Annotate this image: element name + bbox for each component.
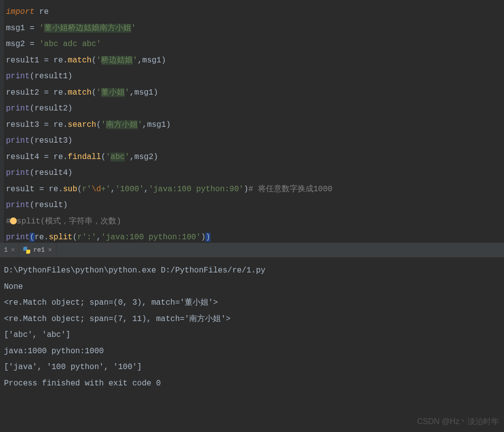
code-line-4[interactable]: result1 = re.match('桥边姑娘',msg1) xyxy=(4,53,504,69)
tab-label: 1 xyxy=(4,246,8,254)
intention-bulb-icon[interactable] xyxy=(10,217,17,224)
code-line-11[interactable]: print(result4) xyxy=(4,165,504,181)
python-file-icon xyxy=(23,247,30,254)
code-line-2[interactable]: msg1 = '董小姐桥边姑娘南方小姐' xyxy=(4,20,504,37)
builtin: print xyxy=(6,72,30,81)
console-output: None xyxy=(4,279,500,295)
run-console[interactable]: D:\PythonFiles\python\python.exe D:/Pyth… xyxy=(0,258,504,422)
string-cn: 董小姐桥边姑娘南方小姐 xyxy=(44,24,131,33)
console-output: Process finished with exit code 0 xyxy=(4,376,500,392)
tab-1[interactable]: 1 × xyxy=(0,243,19,257)
code-line-8[interactable]: result3 = re.search('南方小姐',msg1) xyxy=(4,117,504,133)
tab-bar: 1 × re1 × xyxy=(0,243,504,258)
code-line-5[interactable]: print(result1) xyxy=(4,68,504,85)
code-line-6[interactable]: result2 = re.match('董小姐',msg1) xyxy=(4,85,504,101)
console-output: ['abc', 'abc'] xyxy=(4,327,500,343)
code-line-9[interactable]: print(result3) xyxy=(4,133,504,149)
keyword-import: import xyxy=(6,7,35,16)
method: match xyxy=(68,56,92,65)
code-line-15[interactable]: print(re.split(r':','java:100 python:100… xyxy=(4,229,504,243)
console-output: D:\PythonFiles\python\python.exe D:/Pyth… xyxy=(4,263,500,279)
console-output: <re.Match object; span=(7, 11), match='南… xyxy=(4,311,500,327)
console-output: java:1000 python:1000 xyxy=(4,343,500,360)
string: 'abc adc abc' xyxy=(39,40,101,49)
close-icon[interactable]: × xyxy=(11,246,15,254)
tab-re1[interactable]: re1 × xyxy=(19,243,56,257)
code-line-7[interactable]: print(result2) xyxy=(4,101,504,117)
code-line-12[interactable]: result = re.sub(r'\d+','1000','java:100 … xyxy=(4,181,504,198)
tab-label: re1 xyxy=(33,246,45,254)
code-line-14[interactable]: #split(模式，字符串，次数) xyxy=(4,214,504,230)
watermark: CSDN @Hz丶淡泊时年 xyxy=(417,417,499,427)
console-output: <re.Match object; span=(0, 3), match='董小… xyxy=(4,295,500,311)
comment: # 将任意数字换成1000 xyxy=(249,185,333,194)
cursor-position: ) xyxy=(205,233,210,242)
var: msg1 xyxy=(6,24,25,33)
code-line-10[interactable]: result4 = re.findall('abc',msg2) xyxy=(4,149,504,165)
escape-seq: \d xyxy=(92,185,101,194)
code-line-3[interactable]: msg2 = 'abc adc abc' xyxy=(4,36,504,53)
console-output: ['java', '100 python', '100'] xyxy=(4,359,500,376)
code-line-1[interactable]: import re xyxy=(4,4,504,20)
code-editor[interactable]: import re msg1 = '董小姐桥边姑娘南方小姐' msg2 = 'a… xyxy=(0,0,504,243)
code-line-13[interactable]: print(result) xyxy=(4,197,504,214)
module-name: re xyxy=(39,7,49,16)
close-icon[interactable]: × xyxy=(48,246,52,254)
